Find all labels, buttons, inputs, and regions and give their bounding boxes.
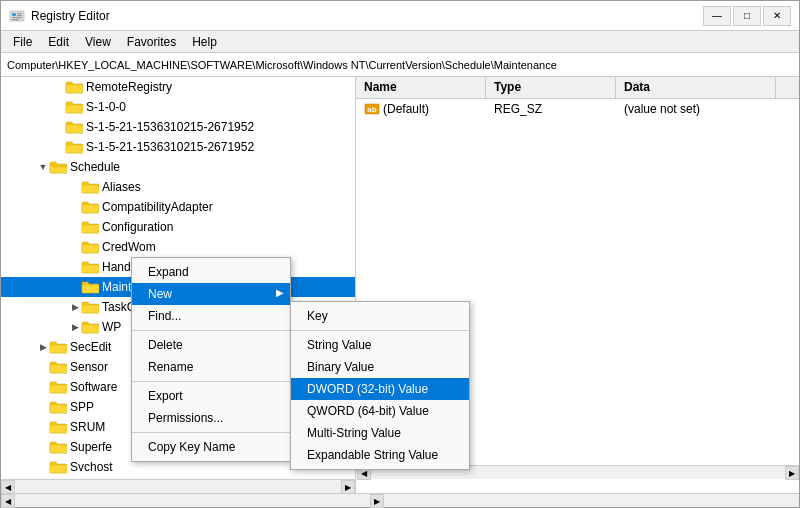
data-row-default[interactable]: ab (Default) REG_SZ (value not set) <box>356 99 799 119</box>
scroll-track-bottom <box>15 494 370 507</box>
tree-item-schedule[interactable]: ▼ Schedule <box>1 157 355 177</box>
tree-arrow <box>69 261 81 273</box>
data-header: Name Type Data <box>356 77 799 99</box>
sub-expandable-value[interactable]: Expandable String Value <box>291 444 469 466</box>
tree-arrow <box>69 181 81 193</box>
ctx-expand-label: Expand <box>148 265 189 279</box>
tree-item-compatibilityadapter[interactable]: CompatibilityAdapter <box>1 197 355 217</box>
tree-scrollbar-h[interactable]: ◀ ▶ <box>1 479 355 493</box>
scroll-right-bottom[interactable]: ▶ <box>370 494 384 508</box>
ctx-permissions[interactable]: Permissions... <box>132 407 290 429</box>
cell-name: ab (Default) <box>356 100 486 118</box>
ctx-separator2 <box>132 381 290 382</box>
minimize-button[interactable]: — <box>703 6 731 26</box>
sub-binary-value[interactable]: Binary Value <box>291 356 469 378</box>
tree-label: Configuration <box>102 220 173 234</box>
tree-arrow: ▶ <box>69 321 81 333</box>
sub-key[interactable]: Key <box>291 305 469 327</box>
folder-icon <box>81 320 99 334</box>
menu-edit[interactable]: Edit <box>40 33 77 51</box>
bottom-right-spacer <box>384 494 799 507</box>
tree-item-remoteregistry[interactable]: RemoteRegistry <box>1 77 355 97</box>
cell-data: (value not set) <box>616 100 776 118</box>
ctx-export[interactable]: Export <box>132 385 290 407</box>
folder-icon <box>81 260 99 274</box>
tree-arrow <box>53 121 65 133</box>
ctx-find[interactable]: Find... <box>132 305 290 327</box>
bottom-scrollbar[interactable]: ◀ ▶ <box>1 493 799 507</box>
sub-multistring-value[interactable]: Multi-String Value <box>291 422 469 444</box>
tree-item-aliases[interactable]: Aliases <box>1 177 355 197</box>
folder-icon <box>49 340 67 354</box>
context-menu: Expand New ▶ Key String Value Binary Val… <box>131 257 291 462</box>
ctx-delete[interactable]: Delete <box>132 334 290 356</box>
folder-icon <box>49 460 67 474</box>
ctx-separator1 <box>132 330 290 331</box>
tree-label: CredWom <box>102 240 156 254</box>
ctx-permissions-label: Permissions... <box>148 411 223 425</box>
tree-label: S-1-5-21-1536310215-2671952 <box>86 140 254 154</box>
header-data: Data <box>616 77 776 98</box>
tree-item-s100[interactable]: S-1-0-0 <box>1 97 355 117</box>
tree-item-s1521a[interactable]: S-1-5-21-1536310215-2671952 <box>1 117 355 137</box>
ctx-copy-key-name[interactable]: Copy Key Name <box>132 436 290 458</box>
ctx-find-label: Find... <box>148 309 181 323</box>
sub-binary-value-label: Binary Value <box>307 360 374 374</box>
scroll-right-btn[interactable]: ▶ <box>341 480 355 493</box>
tree-label: S-1-0-0 <box>86 100 126 114</box>
tree-label: SPP <box>70 400 94 414</box>
ctx-rename-label: Rename <box>148 360 193 374</box>
tree-arrow <box>37 461 49 473</box>
tree-arrow <box>37 401 49 413</box>
ctx-new[interactable]: New ▶ Key String Value Binary Value DW <box>132 283 290 305</box>
scroll-left-bottom[interactable]: ◀ <box>1 494 15 508</box>
sub-string-value[interactable]: String Value <box>291 334 469 356</box>
tree-item-s1521b[interactable]: S-1-5-21-1536310215-2671952 <box>1 137 355 157</box>
menu-file[interactable]: File <box>5 33 40 51</box>
title-bar-left: Registry Editor <box>9 8 110 24</box>
tree-arrow <box>53 81 65 93</box>
tree-arrow <box>53 101 65 113</box>
tree-label: SRUM <box>70 420 105 434</box>
folder-icon <box>81 280 99 294</box>
submenu: Key String Value Binary Value DWORD (32-… <box>290 301 470 470</box>
ctx-separator3 <box>132 432 290 433</box>
tree-item-credwom[interactable]: CredWom <box>1 237 355 257</box>
registry-value-icon: ab <box>364 102 380 116</box>
tree-arrow <box>37 421 49 433</box>
menu-view[interactable]: View <box>77 33 119 51</box>
sub-string-value-label: String Value <box>307 338 371 352</box>
tree-label: RemoteRegistry <box>86 80 172 94</box>
tree-item-configuration[interactable]: Configuration <box>1 217 355 237</box>
menu-bar: File Edit View Favorites Help <box>1 31 799 53</box>
registry-editor-window: Registry Editor — □ ✕ File Edit View Fav… <box>0 0 800 508</box>
sub-dword-value[interactable]: DWORD (32-bit) Value <box>291 378 469 400</box>
sub-qword-value[interactable]: QWORD (64-bit) Value <box>291 400 469 422</box>
menu-help[interactable]: Help <box>184 33 225 51</box>
menu-favorites[interactable]: Favorites <box>119 33 184 51</box>
address-path: Computer\HKEY_LOCAL_MACHINE\SOFTWARE\Mic… <box>7 59 557 71</box>
maximize-button[interactable]: □ <box>733 6 761 26</box>
ctx-expand[interactable]: Expand <box>132 261 290 283</box>
app-icon <box>9 8 25 24</box>
title-bar-controls: — □ ✕ <box>703 6 791 26</box>
folder-icon <box>65 120 83 134</box>
close-button[interactable]: ✕ <box>763 6 791 26</box>
svg-rect-3 <box>17 15 22 16</box>
tree-arrow <box>69 281 81 293</box>
tree-label: Schedule <box>70 160 120 174</box>
scroll-left-btn[interactable]: ◀ <box>1 480 15 493</box>
folder-icon <box>49 360 67 374</box>
tree-label: Superfe <box>70 440 112 454</box>
sub-key-label: Key <box>307 309 328 323</box>
tree-arrow <box>53 141 65 153</box>
scroll-right-btn2[interactable]: ▶ <box>785 466 799 480</box>
tree-label: Maint <box>102 280 131 294</box>
tree-arrow <box>37 441 49 453</box>
ctx-rename[interactable]: Rename <box>132 356 290 378</box>
folder-icon <box>49 380 67 394</box>
window-title: Registry Editor <box>31 9 110 23</box>
tree-arrow: ▼ <box>37 161 49 173</box>
header-name: Name <box>356 77 486 98</box>
tree-label: CompatibilityAdapter <box>102 200 213 214</box>
